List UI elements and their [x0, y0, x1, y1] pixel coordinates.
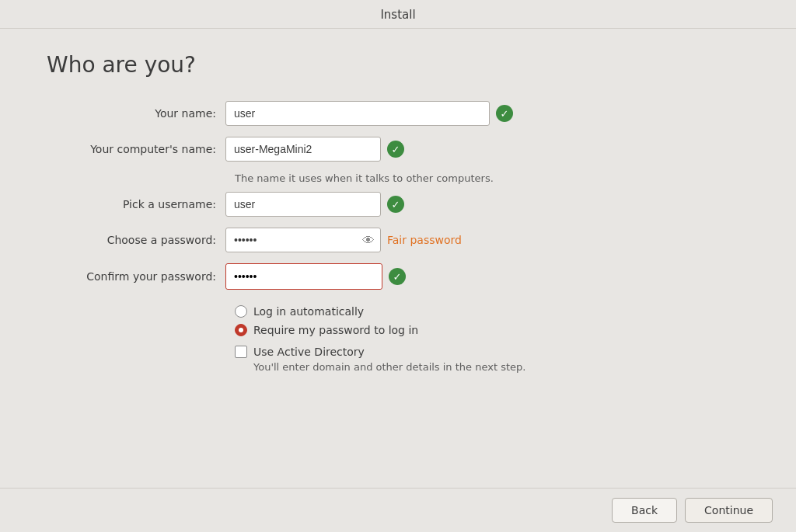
- eye-icon[interactable]: 👁: [362, 233, 375, 248]
- require-password-radio[interactable]: [235, 324, 247, 336]
- log-in-auto-option[interactable]: Log in automatically: [235, 305, 749, 318]
- password-strength: Fair password: [387, 234, 462, 246]
- main-content: Who are you? Your name: ✓ Your computer'…: [0, 29, 796, 488]
- radio-options: Log in automatically Require my password…: [235, 305, 749, 336]
- username-input-area: ✓: [225, 192, 404, 217]
- computer-name-hint: The name it uses when it talks to other …: [235, 172, 749, 184]
- confirm-password-check-icon: ✓: [389, 268, 406, 285]
- active-directory-checkbox[interactable]: [235, 346, 247, 358]
- back-button[interactable]: Back: [612, 498, 677, 523]
- username-label: Pick a username:: [47, 198, 225, 210]
- active-directory-option[interactable]: Use Active Directory: [235, 346, 749, 358]
- computer-name-check-icon: ✓: [387, 141, 404, 158]
- continue-button[interactable]: Continue: [685, 498, 773, 523]
- confirm-password-input[interactable]: [226, 264, 382, 289]
- require-password-label: Require my password to log in: [253, 324, 418, 336]
- confirm-password-wrapper: [225, 263, 382, 290]
- active-directory-section: Use Active Directory You'll enter domain…: [235, 346, 749, 373]
- your-name-input-area: ✓: [225, 101, 513, 126]
- computer-name-row: Your computer's name: ✓: [47, 137, 749, 162]
- your-name-row: Your name: ✓: [47, 101, 749, 126]
- title-bar: Install: [0, 0, 796, 29]
- password-row: Choose a password: 👁 Fair password: [47, 228, 749, 252]
- confirm-password-input-area: ✓: [225, 263, 406, 290]
- password-wrapper: 👁: [225, 228, 381, 252]
- title-bar-label: Install: [380, 8, 415, 22]
- confirm-password-label: Confirm your password:: [47, 270, 225, 283]
- footer: Back Continue: [0, 488, 796, 532]
- page-title: Who are you?: [47, 52, 749, 78]
- password-input-area: 👁 Fair password: [225, 228, 462, 252]
- confirm-password-row: Confirm your password: ✓: [47, 263, 749, 290]
- require-password-option[interactable]: Require my password to log in: [235, 324, 749, 336]
- active-directory-hint: You'll enter domain and other details in…: [253, 361, 749, 373]
- password-label: Choose a password:: [47, 234, 225, 246]
- computer-name-section: Your computer's name: ✓ The name it uses…: [47, 137, 749, 184]
- log-in-auto-radio[interactable]: [235, 305, 247, 318]
- username-input[interactable]: [225, 192, 381, 217]
- computer-name-input[interactable]: [225, 137, 381, 162]
- username-row: Pick a username: ✓: [47, 192, 749, 217]
- log-in-auto-label: Log in automatically: [253, 305, 364, 318]
- your-name-input[interactable]: [225, 101, 490, 126]
- your-name-check-icon: ✓: [496, 105, 513, 122]
- computer-name-label: Your computer's name:: [47, 143, 225, 155]
- form-container: Your name: ✓ Your computer's name: ✓ The…: [47, 101, 749, 373]
- your-name-label: Your name:: [47, 107, 225, 120]
- computer-name-input-area: ✓: [225, 137, 404, 162]
- username-check-icon: ✓: [387, 196, 404, 213]
- password-input[interactable]: [225, 228, 381, 252]
- active-directory-label: Use Active Directory: [253, 346, 365, 358]
